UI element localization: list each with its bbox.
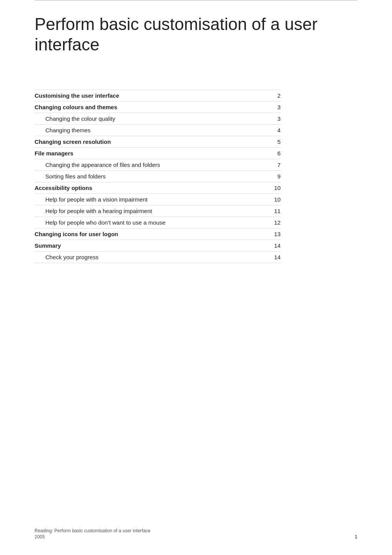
toc-item-label: Help for people who don’t want to use a … xyxy=(35,219,269,226)
toc-row: Sorting files and folders9 xyxy=(35,171,281,182)
toc-item-label: Customising the user interface xyxy=(35,92,269,99)
footer-left: Reading: Perform basic customisation of … xyxy=(35,528,150,540)
toc-item-label: Changing icons for user logon xyxy=(35,231,269,237)
toc-item-page: 2 xyxy=(269,92,281,99)
toc-item-page: 9 xyxy=(269,173,281,180)
toc-item-label: Summary xyxy=(35,242,269,249)
toc-item-page: 3 xyxy=(269,115,281,122)
toc-item-label: Changing the appearance of files and fol… xyxy=(35,162,269,168)
toc-item-label: Changing screen resolution xyxy=(35,138,269,145)
toc-item-page: 3 xyxy=(269,104,281,110)
toc-item-label: File managers xyxy=(35,150,269,157)
toc-item-page: 11 xyxy=(269,208,281,214)
toc-row: Summary14 xyxy=(35,240,281,252)
toc-item-page: 5 xyxy=(269,138,281,145)
toc-item-page: 14 xyxy=(269,254,281,260)
toc-row: Changing the appearance of files and fol… xyxy=(35,159,281,171)
toc-row: Accessibility options10 xyxy=(35,182,281,194)
toc-row: Changing colours and themes3 xyxy=(35,102,281,113)
toc-item-page: 10 xyxy=(269,196,281,203)
toc-item-label: Changing the colour quality xyxy=(35,115,269,122)
toc-item-page: 4 xyxy=(269,127,281,133)
toc-item-page: 12 xyxy=(269,219,281,226)
footer-page-number: 1 xyxy=(355,534,357,540)
toc-row: Customising the user interface2 xyxy=(35,90,281,102)
toc-item-label: Help for people with a vision impairment xyxy=(35,196,269,203)
toc-row: Check your progress14 xyxy=(35,252,281,263)
toc-item-page: 13 xyxy=(269,231,281,237)
page-title: Perform basic customisation of a user in… xyxy=(35,14,357,55)
footer-reading-label: Reading: Perform basic customisation of … xyxy=(35,528,150,533)
toc-item-label: Check your progress xyxy=(35,254,269,260)
page-title-section: Perform basic customisation of a user in… xyxy=(35,0,357,86)
toc-item-label: Changing themes xyxy=(35,127,269,133)
toc-container: Customising the user interface2Changing … xyxy=(35,90,281,263)
toc-row: Help for people with a vision impairment… xyxy=(35,194,281,205)
toc-item-page: 6 xyxy=(269,150,281,157)
toc-row: Help for people with a hearing impairmen… xyxy=(35,205,281,217)
toc-row: File managers6 xyxy=(35,148,281,159)
toc-row: Help for people who don’t want to use a … xyxy=(35,217,281,228)
toc-item-page: 14 xyxy=(269,242,281,249)
toc-item-label: Sorting files and folders xyxy=(35,173,269,180)
toc-row: Changing themes4 xyxy=(35,125,281,136)
toc-row: Changing the colour quality3 xyxy=(35,113,281,125)
toc-item-page: 10 xyxy=(269,185,281,191)
page-footer: Reading: Perform basic customisation of … xyxy=(35,528,357,540)
toc-row: Changing screen resolution5 xyxy=(35,136,281,148)
footer-year: 2005 xyxy=(35,534,150,540)
toc-item-label: Accessibility options xyxy=(35,185,269,191)
toc-item-label: Help for people with a hearing impairmen… xyxy=(35,208,269,214)
toc-item-label: Changing colours and themes xyxy=(35,104,269,110)
toc-row: Changing icons for user logon13 xyxy=(35,228,281,240)
page-container: Perform basic customisation of a user in… xyxy=(0,0,392,555)
toc-item-page: 7 xyxy=(269,162,281,168)
